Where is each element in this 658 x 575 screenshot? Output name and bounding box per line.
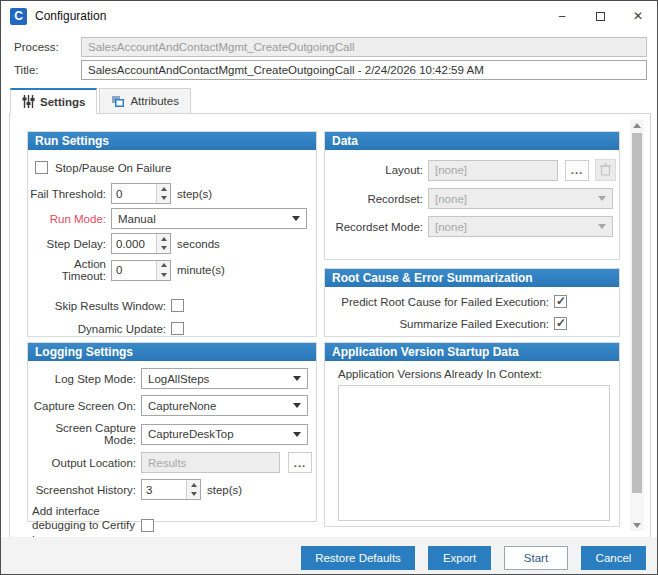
chevron-down-icon: [293, 376, 301, 381]
action-timeout-label: Action Timeout:: [30, 258, 106, 282]
fail-threshold-unit: step(s): [177, 188, 212, 200]
run-mode-label: Run Mode:: [30, 213, 106, 225]
tab-attributes[interactable]: Attributes: [99, 88, 191, 114]
export-button[interactable]: Export: [428, 546, 491, 570]
maximize-icon: [596, 12, 605, 21]
run-settings-header: Run Settings: [28, 132, 316, 150]
logging-settings-header: Logging Settings: [28, 343, 316, 361]
recordset-select: [none]: [428, 188, 613, 209]
minimize-button[interactable]: –: [543, 1, 581, 31]
restore-defaults-button[interactable]: Restore Defaults: [301, 546, 415, 570]
interface-debug-checkbox[interactable]: [141, 519, 154, 532]
recordset-mode-select: [none]: [428, 216, 613, 237]
action-timeout-value[interactable]: [112, 261, 156, 280]
dynamic-update-checkbox[interactable]: [171, 322, 184, 335]
fail-threshold-input[interactable]: [111, 183, 171, 204]
layers-icon: [111, 95, 125, 108]
sliders-icon: [22, 95, 35, 108]
recordset-mode-row: Recordset Mode: [none]: [327, 216, 619, 237]
action-timeout-spinner[interactable]: [156, 261, 170, 280]
run-mode-select[interactable]: Manual: [111, 208, 307, 229]
run-mode-value: Manual: [118, 213, 292, 225]
recordset-mode-label: Recordset Mode:: [327, 221, 423, 233]
step-delay-value[interactable]: [112, 234, 156, 253]
log-step-mode-select[interactable]: LogAllSteps: [141, 368, 308, 389]
spin-up-icon[interactable]: [157, 184, 170, 194]
screenshot-history-spinner[interactable]: [186, 480, 200, 499]
screen-capture-mode-select[interactable]: CaptureDeskTop: [141, 424, 308, 445]
predict-root-cause-label: Predict Root Cause for Failed Execution:: [327, 296, 549, 308]
maximize-button[interactable]: [581, 1, 619, 31]
log-step-mode-label: Log Step Mode:: [30, 373, 136, 385]
settings-tab-panel: Run Settings Stop/Pause On Failure Fail …: [9, 113, 651, 538]
action-timeout-input[interactable]: [111, 260, 171, 281]
chevron-down-icon: [292, 216, 300, 221]
close-button[interactable]: ✕: [619, 1, 657, 31]
tab-settings[interactable]: Settings: [10, 88, 97, 114]
root-cause-group: Root Cause & Error Summarization Predict…: [324, 268, 620, 337]
spin-down-icon[interactable]: [157, 244, 170, 254]
screen-capture-mode-label: Screen Capture Mode:: [30, 422, 136, 446]
layout-browse-button[interactable]: ...: [565, 160, 589, 181]
window-controls: – ✕: [543, 1, 657, 31]
stop-pause-checkbox[interactable]: [35, 161, 48, 174]
spin-down-icon[interactable]: [187, 490, 200, 500]
summarize-checkbox[interactable]: [554, 317, 567, 330]
fail-threshold-value[interactable]: [112, 184, 156, 203]
capture-screen-on-label: Capture Screen On:: [30, 400, 136, 412]
scroll-down-icon[interactable]: [630, 519, 644, 531]
logging-settings-group: Logging Settings Log Step Mode: LogAllSt…: [27, 342, 317, 522]
run-mode-row: Run Mode: Manual: [30, 208, 316, 229]
log-step-mode-value: LogAllSteps: [148, 373, 293, 385]
capture-screen-on-value: CaptureNone: [148, 400, 293, 412]
dynamic-update-row: Dynamic Update:: [30, 322, 316, 335]
app-version-textarea[interactable]: [338, 385, 610, 521]
root-cause-header: Root Cause & Error Summarization: [325, 269, 619, 287]
summarize-label: Summarize Failed Execution:: [327, 318, 549, 330]
data-group: Data Layout: [none] ... Recordset: [none…: [324, 131, 620, 260]
layout-row: Layout: [none] ...: [327, 159, 619, 181]
scroll-up-icon[interactable]: [630, 119, 644, 131]
output-location-browse-button[interactable]: ...: [288, 452, 312, 473]
log-step-mode-row: Log Step Mode: LogAllSteps: [30, 368, 316, 389]
fail-threshold-spinner[interactable]: [156, 184, 170, 203]
vertical-scrollbar[interactable]: [630, 119, 644, 531]
spin-up-icon[interactable]: [157, 234, 170, 244]
capture-screen-on-row: Capture Screen On: CaptureNone: [30, 395, 316, 416]
chevron-down-icon: [293, 432, 301, 437]
screenshot-history-unit: step(s): [207, 484, 242, 496]
cancel-button[interactable]: Cancel: [581, 546, 646, 570]
fail-threshold-row: Fail Threshold: step(s): [30, 183, 316, 204]
step-delay-spinner[interactable]: [156, 234, 170, 253]
predict-root-cause-checkbox[interactable]: [554, 295, 567, 308]
title-input[interactable]: [81, 60, 647, 80]
start-button[interactable]: Start: [504, 546, 568, 570]
scrollbar-thumb[interactable]: [632, 133, 642, 493]
layout-clear-button: [595, 159, 616, 181]
capture-screen-on-select[interactable]: CaptureNone: [141, 395, 308, 416]
trash-icon: [600, 163, 611, 178]
summarize-row: Summarize Failed Execution:: [327, 317, 619, 330]
screen-capture-mode-row: Screen Capture Mode: CaptureDeskTop: [30, 422, 316, 446]
chevron-down-icon: [598, 224, 606, 229]
screenshot-history-input[interactable]: [141, 479, 201, 500]
spin-up-icon[interactable]: [157, 261, 170, 271]
spin-down-icon[interactable]: [157, 194, 170, 204]
recordset-value: [none]: [435, 193, 598, 205]
tab-settings-label: Settings: [40, 96, 85, 108]
app-version-context-label: Application Versions Already In Context:: [338, 368, 619, 380]
tab-bar: Settings Attributes: [10, 88, 193, 114]
data-header: Data: [325, 132, 619, 150]
spin-up-icon[interactable]: [187, 480, 200, 490]
step-delay-input[interactable]: [111, 233, 171, 254]
skip-results-checkbox[interactable]: [171, 299, 184, 312]
output-location-row: Output Location: Results ...: [30, 452, 316, 473]
spin-down-icon[interactable]: [157, 270, 170, 280]
layout-input: [none]: [428, 160, 558, 181]
layout-label: Layout:: [327, 164, 423, 176]
title-bar: C Configuration – ✕: [1, 1, 657, 31]
app-icon: C: [10, 8, 27, 25]
screenshot-history-value[interactable]: [142, 480, 186, 499]
predict-root-cause-row: Predict Root Cause for Failed Execution:: [327, 295, 619, 308]
footer-bar: Restore Defaults Export Start Cancel: [1, 537, 657, 574]
